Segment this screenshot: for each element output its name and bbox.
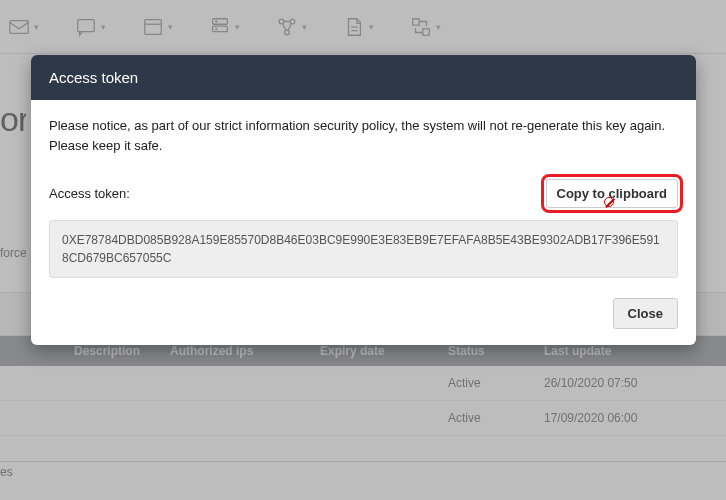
access-token-modal: Access token Please notice, as part of o…	[31, 55, 696, 345]
close-button[interactable]: Close	[613, 298, 678, 329]
security-notice: Please notice, as part of our strict inf…	[49, 116, 678, 155]
modal-title: Access token	[31, 55, 696, 100]
access-token-value[interactable]: 0XE78784DBD085B928A159E85570D8B46E03BC9E…	[49, 220, 678, 278]
modal-footer: Close	[31, 286, 696, 345]
not-allowed-cursor-icon	[604, 197, 614, 207]
access-token-label: Access token:	[49, 184, 130, 204]
modal-body: Please notice, as part of our strict inf…	[31, 100, 696, 286]
